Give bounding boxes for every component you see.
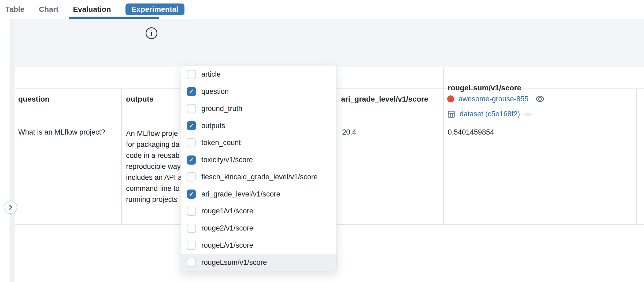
menu-item-toxicity-score[interactable]: toxicity/v1/score — [181, 151, 336, 169]
outputs-line: includes an API a — [126, 172, 182, 183]
outputs-line: code in a reusab — [126, 150, 182, 161]
column-header-ari-grade-level[interactable]: ari_grade_level/v1/score — [341, 95, 428, 103]
info-icon[interactable]: i — [146, 27, 157, 39]
tab-evaluation[interactable]: Evaluation — [73, 5, 111, 14]
dataset-header: dataset (c5e168f2) — [447, 110, 532, 118]
left-panel-rail — [10, 19, 15, 282]
checkbox-icon[interactable] — [187, 87, 196, 96]
menu-item-rougel-score[interactable]: rougeL/v1/score — [181, 237, 336, 254]
expand-panel-button[interactable] — [4, 201, 17, 214]
active-tab-underline — [69, 17, 159, 19]
menu-item-rouge2-score[interactable]: rouge2/v1/score — [181, 220, 336, 237]
checkbox-icon[interactable] — [187, 224, 196, 233]
checkbox-icon[interactable] — [187, 104, 196, 113]
menu-item-ari-grade-level-score[interactable]: ari_grade_level/v1/score — [181, 185, 336, 203]
run-header: awesome-grouse-855 — [447, 94, 545, 104]
tab-chart[interactable]: Chart — [39, 5, 58, 14]
menu-item-rougelsum-score[interactable]: rougeLsum/v1/score — [181, 254, 336, 271]
menu-item-article[interactable]: article — [181, 66, 336, 83]
menu-item-label: question — [201, 87, 229, 96]
cell-outputs[interactable]: An MLflow proje for packaging da code in… — [126, 128, 182, 205]
menu-item-token-count[interactable]: token_count — [181, 134, 336, 151]
dataset-link[interactable]: dataset (c5e168f2) — [460, 110, 520, 118]
checkbox-icon[interactable] — [187, 121, 196, 130]
dataset-extra-pill — [524, 113, 532, 116]
info-glyph: i — [150, 29, 152, 38]
checkbox-icon[interactable] — [187, 241, 196, 250]
menu-item-label: rougeL/v1/score — [201, 241, 253, 250]
run-color-dot — [447, 95, 454, 102]
checkbox-icon[interactable] — [187, 70, 196, 79]
cell-ari-grade-level[interactable]: 20.4 — [342, 128, 356, 136]
column-divider — [443, 67, 444, 225]
checkbox-icon[interactable] — [187, 155, 196, 165]
menu-item-label: rouge2/v1/score — [201, 224, 253, 232]
menu-item-label: token_count — [201, 139, 241, 147]
cell-question[interactable]: What is an MLflow project? — [18, 128, 105, 136]
evaluation-toolbar — [14, 19, 644, 67]
outputs-line: An MLflow proje — [126, 128, 182, 139]
cell-rougelsum[interactable]: 0.5401459854 — [448, 128, 494, 136]
checkbox-icon[interactable] — [187, 190, 196, 199]
eye-icon[interactable] — [535, 94, 545, 104]
menu-item-label: ari_grade_level/v1/score — [201, 190, 280, 198]
outputs-line: reproducible way — [126, 161, 182, 172]
menu-item-label: toxicity/v1/score — [201, 156, 253, 164]
checkbox-icon[interactable] — [187, 172, 196, 181]
outputs-line: for packaging da — [126, 139, 182, 150]
chevron-right-icon — [7, 204, 14, 211]
menu-item-question[interactable]: question — [181, 83, 336, 100]
menu-item-ground-truth[interactable]: ground_truth — [181, 100, 336, 117]
group-by-dropdown-menu: article question ground_truth outputs to… — [181, 66, 337, 271]
column-divider — [636, 89, 637, 225]
menu-item-outputs[interactable]: outputs — [181, 117, 336, 134]
experimental-badge[interactable]: Experimental — [125, 3, 184, 15]
menu-item-label: ground_truth — [201, 105, 242, 113]
checkbox-icon[interactable] — [187, 138, 196, 147]
menu-item-label: rouge1/v1/score — [201, 207, 253, 215]
column-divider — [121, 89, 122, 225]
outputs-line: command-line to — [126, 183, 182, 194]
checkbox-icon[interactable] — [187, 207, 196, 216]
menu-item-label: outputs — [201, 122, 225, 130]
menu-item-label: article — [201, 70, 221, 79]
tab-table[interactable]: Table — [5, 5, 24, 14]
outputs-line: running projects — [126, 194, 182, 205]
checkbox-icon[interactable] — [187, 258, 196, 267]
column-header-outputs[interactable]: outputs — [126, 95, 154, 103]
menu-item-label: rougeLsum/v1/score — [201, 258, 267, 267]
group-header-rougelsum: rougeLsum/v1/score — [448, 84, 521, 92]
run-name-link[interactable]: awesome-grouse-855 — [458, 95, 528, 103]
menu-item-label: flesch_kincaid_grade_level/v1/score — [201, 173, 318, 181]
menu-item-flesch-kincaid-score[interactable]: flesch_kincaid_grade_level/v1/score — [181, 169, 336, 186]
column-header-question[interactable]: question — [18, 95, 50, 103]
dataset-table-icon — [447, 110, 455, 118]
menu-item-rouge1-score[interactable]: rouge1/v1/score — [181, 203, 336, 220]
